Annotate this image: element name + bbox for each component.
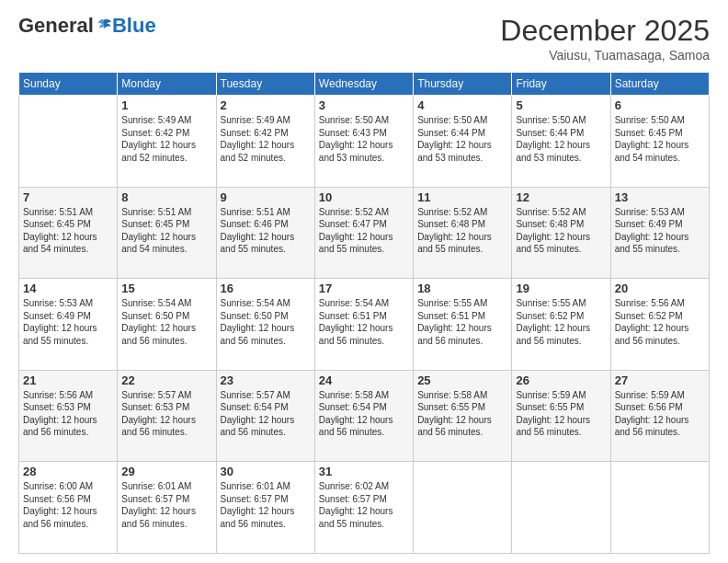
week-row-3: 21Sunrise: 5:56 AMSunset: 6:53 PMDayligh… bbox=[19, 370, 710, 462]
calendar-cell: 14Sunrise: 5:53 AMSunset: 6:49 PMDayligh… bbox=[19, 279, 118, 371]
day-info: Sunrise: 5:54 AMSunset: 6:51 PMDaylight:… bbox=[319, 297, 409, 347]
calendar-cell: 6Sunrise: 5:50 AMSunset: 6:45 PMDaylight… bbox=[610, 96, 709, 188]
calendar-cell: 2Sunrise: 5:49 AMSunset: 6:42 PMDaylight… bbox=[216, 96, 314, 188]
day-number: 19 bbox=[516, 282, 606, 295]
day-info: Sunrise: 5:51 AMSunset: 6:45 PMDaylight:… bbox=[121, 206, 211, 256]
day-number: 6 bbox=[615, 98, 705, 112]
week-row-2: 14Sunrise: 5:53 AMSunset: 6:49 PMDayligh… bbox=[19, 279, 710, 371]
weekday-saturday: Saturday bbox=[610, 73, 709, 96]
calendar-cell: 21Sunrise: 5:56 AMSunset: 6:53 PMDayligh… bbox=[19, 370, 118, 462]
day-info: Sunrise: 5:49 AMSunset: 6:42 PMDaylight:… bbox=[121, 114, 211, 164]
calendar-cell: 28Sunrise: 6:00 AMSunset: 6:56 PMDayligh… bbox=[19, 462, 118, 554]
day-info: Sunrise: 5:57 AMSunset: 6:54 PMDaylight:… bbox=[221, 389, 311, 439]
day-number: 9 bbox=[221, 190, 311, 204]
day-number: 21 bbox=[23, 373, 113, 387]
calendar-cell: 19Sunrise: 5:55 AMSunset: 6:52 PMDayligh… bbox=[512, 279, 610, 371]
day-number: 28 bbox=[23, 465, 113, 478]
day-number: 4 bbox=[417, 98, 507, 112]
calendar-cell: 18Sunrise: 5:55 AMSunset: 6:51 PMDayligh… bbox=[414, 279, 512, 371]
day-number: 12 bbox=[516, 190, 606, 204]
calendar-table: SundayMondayTuesdayWednesdayThursdayFrid… bbox=[18, 72, 710, 554]
calendar-cell: 7Sunrise: 5:51 AMSunset: 6:45 PMDaylight… bbox=[19, 187, 118, 279]
day-number: 8 bbox=[121, 190, 211, 204]
day-info: Sunrise: 5:49 AMSunset: 6:42 PMDaylight:… bbox=[221, 114, 311, 164]
calendar-cell: 23Sunrise: 5:57 AMSunset: 6:54 PMDayligh… bbox=[216, 370, 314, 462]
calendar-cell: 29Sunrise: 6:01 AMSunset: 6:57 PMDayligh… bbox=[118, 462, 216, 554]
calendar-cell: 27Sunrise: 5:59 AMSunset: 6:56 PMDayligh… bbox=[610, 370, 709, 462]
day-number: 20 bbox=[615, 282, 705, 295]
day-info: Sunrise: 5:55 AMSunset: 6:52 PMDaylight:… bbox=[516, 297, 606, 347]
calendar-cell: 10Sunrise: 5:52 AMSunset: 6:47 PMDayligh… bbox=[314, 187, 413, 279]
calendar-cell: 25Sunrise: 5:58 AMSunset: 6:55 PMDayligh… bbox=[414, 370, 512, 462]
week-row-4: 28Sunrise: 6:00 AMSunset: 6:56 PMDayligh… bbox=[19, 462, 710, 554]
day-info: Sunrise: 5:50 AMSunset: 6:44 PMDaylight:… bbox=[417, 114, 507, 164]
calendar-cell: 4Sunrise: 5:50 AMSunset: 6:44 PMDaylight… bbox=[414, 96, 512, 188]
week-row-0: 1Sunrise: 5:49 AMSunset: 6:42 PMDaylight… bbox=[19, 96, 710, 188]
day-info: Sunrise: 5:50 AMSunset: 6:43 PMDaylight:… bbox=[319, 114, 409, 164]
day-info: Sunrise: 5:51 AMSunset: 6:46 PMDaylight:… bbox=[221, 206, 311, 256]
day-number: 29 bbox=[121, 465, 211, 478]
week-row-1: 7Sunrise: 5:51 AMSunset: 6:45 PMDaylight… bbox=[19, 187, 710, 279]
day-number: 31 bbox=[319, 465, 409, 478]
day-info: Sunrise: 6:00 AMSunset: 6:56 PMDaylight:… bbox=[23, 480, 113, 530]
title-block: December 2025 Vaiusu, Tuamasaga, Samoa bbox=[500, 14, 710, 63]
day-info: Sunrise: 5:56 AMSunset: 6:52 PMDaylight:… bbox=[615, 297, 705, 347]
calendar-cell: 1Sunrise: 5:49 AMSunset: 6:42 PMDaylight… bbox=[118, 96, 216, 188]
day-info: Sunrise: 5:52 AMSunset: 6:48 PMDaylight:… bbox=[516, 206, 606, 256]
calendar-cell: 9Sunrise: 5:51 AMSunset: 6:46 PMDaylight… bbox=[216, 187, 314, 279]
day-number: 1 bbox=[121, 98, 211, 112]
calendar-cell: 8Sunrise: 5:51 AMSunset: 6:45 PMDaylight… bbox=[118, 187, 216, 279]
calendar-cell bbox=[512, 462, 610, 554]
day-info: Sunrise: 5:54 AMSunset: 6:50 PMDaylight:… bbox=[121, 297, 211, 347]
day-number: 30 bbox=[221, 465, 311, 478]
day-number: 25 bbox=[417, 373, 507, 387]
day-info: Sunrise: 5:59 AMSunset: 6:56 PMDaylight:… bbox=[615, 389, 705, 439]
calendar-cell: 16Sunrise: 5:54 AMSunset: 6:50 PMDayligh… bbox=[216, 279, 314, 371]
calendar-cell: 17Sunrise: 5:54 AMSunset: 6:51 PMDayligh… bbox=[314, 279, 413, 371]
weekday-monday: Monday bbox=[118, 73, 216, 96]
calendar-cell: 5Sunrise: 5:50 AMSunset: 6:44 PMDaylight… bbox=[512, 96, 610, 188]
day-number: 10 bbox=[319, 190, 409, 204]
day-info: Sunrise: 5:58 AMSunset: 6:55 PMDaylight:… bbox=[417, 389, 507, 439]
calendar-cell: 31Sunrise: 6:02 AMSunset: 6:57 PMDayligh… bbox=[314, 462, 413, 554]
logo-text: General Blue bbox=[18, 14, 156, 38]
day-number: 16 bbox=[221, 282, 311, 295]
weekday-wednesday: Wednesday bbox=[314, 73, 413, 96]
weekday-friday: Friday bbox=[512, 73, 610, 96]
logo-general: General bbox=[18, 14, 94, 38]
calendar-cell: 13Sunrise: 5:53 AMSunset: 6:49 PMDayligh… bbox=[610, 187, 709, 279]
day-number: 7 bbox=[23, 190, 113, 204]
weekday-thursday: Thursday bbox=[414, 73, 512, 96]
weekday-header-row: SundayMondayTuesdayWednesdayThursdayFrid… bbox=[19, 73, 710, 96]
day-number: 26 bbox=[516, 373, 606, 387]
weekday-tuesday: Tuesday bbox=[216, 73, 314, 96]
day-number: 15 bbox=[121, 282, 211, 295]
calendar-cell bbox=[610, 462, 709, 554]
day-info: Sunrise: 5:51 AMSunset: 6:45 PMDaylight:… bbox=[23, 206, 113, 256]
day-number: 3 bbox=[319, 98, 409, 112]
day-info: Sunrise: 5:55 AMSunset: 6:51 PMDaylight:… bbox=[417, 297, 507, 347]
day-info: Sunrise: 5:58 AMSunset: 6:54 PMDaylight:… bbox=[319, 389, 409, 439]
month-title: December 2025 bbox=[500, 14, 710, 48]
calendar-page: General Blue December 2025 Vaiusu, Tuama… bbox=[0, 0, 728, 563]
day-info: Sunrise: 6:01 AMSunset: 6:57 PMDaylight:… bbox=[221, 480, 311, 530]
day-number: 24 bbox=[319, 373, 409, 387]
day-info: Sunrise: 5:53 AMSunset: 6:49 PMDaylight:… bbox=[615, 206, 705, 256]
calendar-cell: 22Sunrise: 5:57 AMSunset: 6:53 PMDayligh… bbox=[118, 370, 216, 462]
logo: General Blue bbox=[18, 14, 156, 38]
calendar-cell bbox=[19, 96, 118, 188]
calendar-cell bbox=[414, 462, 512, 554]
location: Vaiusu, Tuamasaga, Samoa bbox=[500, 48, 710, 63]
day-number: 11 bbox=[417, 190, 507, 204]
day-number: 14 bbox=[23, 282, 113, 295]
day-number: 27 bbox=[615, 373, 705, 387]
day-info: Sunrise: 5:54 AMSunset: 6:50 PMDaylight:… bbox=[221, 297, 311, 347]
day-number: 13 bbox=[615, 190, 705, 204]
day-number: 5 bbox=[516, 98, 606, 112]
calendar-cell: 26Sunrise: 5:59 AMSunset: 6:55 PMDayligh… bbox=[512, 370, 610, 462]
calendar-cell: 12Sunrise: 5:52 AMSunset: 6:48 PMDayligh… bbox=[512, 187, 610, 279]
day-info: Sunrise: 5:50 AMSunset: 6:45 PMDaylight:… bbox=[615, 114, 705, 164]
weekday-sunday: Sunday bbox=[19, 73, 118, 96]
day-info: Sunrise: 5:53 AMSunset: 6:49 PMDaylight:… bbox=[23, 297, 113, 347]
day-info: Sunrise: 6:01 AMSunset: 6:57 PMDaylight:… bbox=[121, 480, 211, 530]
